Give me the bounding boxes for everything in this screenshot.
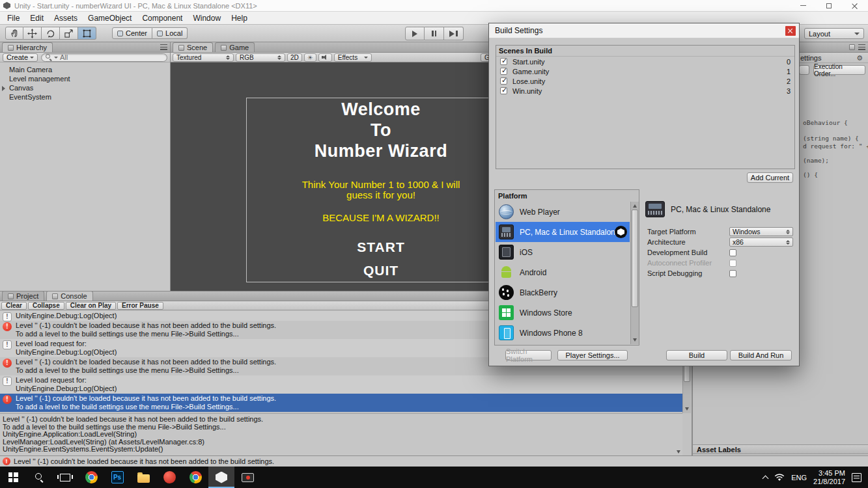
- platform-web-player[interactable]: Web Player: [496, 202, 630, 222]
- dialog-title-bar[interactable]: Build Settings: [489, 23, 799, 38]
- start-button[interactable]: [0, 467, 26, 488]
- platform-blackberry[interactable]: BlackBerry: [496, 282, 630, 303]
- scrollbar-thumb[interactable]: [632, 210, 638, 307]
- scroll-down-icon[interactable]: [677, 450, 680, 454]
- scene-checkbox[interactable]: [500, 77, 507, 85]
- console-entry-selected[interactable]: ! Level '' (-1) couldn't be loaded becau…: [0, 394, 682, 412]
- menu-gameobject[interactable]: GameObject: [83, 14, 137, 23]
- tab-project[interactable]: Project: [2, 291, 44, 301]
- close-button[interactable]: [842, 0, 868, 11]
- menu-edit[interactable]: Edit: [25, 14, 49, 23]
- pivot-center-button[interactable]: Center: [112, 27, 152, 39]
- browser-app-button[interactable]: [78, 467, 104, 488]
- scene-checkbox[interactable]: [500, 87, 507, 94]
- hierarchy-item-eventsystem[interactable]: EventSystem: [0, 92, 170, 102]
- browser2-app-button[interactable]: [182, 467, 208, 488]
- menu-window[interactable]: Window: [188, 14, 226, 23]
- effects-dropdown[interactable]: Effects: [334, 53, 372, 62]
- scene-checkbox[interactable]: [500, 58, 507, 65]
- layout-dropdown[interactable]: Layout: [804, 28, 864, 39]
- file-explorer-button[interactable]: [130, 467, 156, 488]
- scene-checkbox[interactable]: [500, 68, 507, 75]
- shading-mode-dropdown[interactable]: Textured: [173, 53, 234, 62]
- panel-menu-icon[interactable]: [858, 44, 865, 50]
- red-app-button[interactable]: [156, 467, 182, 488]
- scene-row-game[interactable]: Game.unity 1: [496, 66, 794, 76]
- menu-file[interactable]: File: [2, 14, 25, 23]
- add-current-button[interactable]: Add Current: [747, 172, 793, 183]
- target-platform-dropdown[interactable]: Windows: [729, 227, 793, 236]
- platform-android[interactable]: Android: [496, 262, 630, 282]
- unity-taskbar-button[interactable]: [208, 467, 234, 488]
- rect-tool-button[interactable]: [78, 27, 96, 40]
- render-mode-dropdown[interactable]: RGB: [236, 53, 285, 62]
- asset-labels-header[interactable]: Asset Labels: [693, 444, 868, 454]
- recorder-app-button[interactable]: [234, 467, 260, 488]
- platform-pc-mac-linux[interactable]: PC, Mac & Linux Standalone: [496, 222, 630, 242]
- scene-row-win[interactable]: Win.unity 3: [496, 86, 794, 96]
- collapse-toggle[interactable]: Collapse: [28, 302, 64, 310]
- search-icon: [46, 54, 52, 61]
- platform-windows-phone[interactable]: Windows Phone 8: [496, 323, 630, 343]
- gear-icon[interactable]: [856, 54, 863, 62]
- tab-game[interactable]: Game: [215, 42, 255, 52]
- platform-windows-store[interactable]: Windows Store: [496, 303, 630, 323]
- dialog-close-button[interactable]: [785, 26, 796, 36]
- clear-button[interactable]: Clear: [1, 302, 27, 310]
- open-button-fragment[interactable]: [799, 65, 809, 75]
- build-and-run-button[interactable]: Build And Run: [730, 350, 792, 360]
- panel-menu-icon[interactable]: [160, 44, 167, 50]
- clock[interactable]: 3:45 PM 21/8/2017: [813, 469, 845, 486]
- minimize-button[interactable]: [790, 0, 816, 11]
- create-button[interactable]: Create: [3, 53, 38, 62]
- platform-ios[interactable]: iOS: [496, 242, 630, 262]
- expand-arrow-icon[interactable]: [2, 86, 5, 91]
- hierarchy-item-level-management[interactable]: Level management: [0, 74, 170, 83]
- status-bar[interactable]: ! Level '' (-1) couldn't be loaded becau…: [0, 455, 868, 467]
- language-indicator[interactable]: ENG: [791, 474, 807, 481]
- player-settings-button[interactable]: Player Settings...: [557, 350, 628, 360]
- menu-component[interactable]: Component: [137, 14, 188, 23]
- move-tool-button[interactable]: [23, 27, 42, 40]
- action-center-icon[interactable]: [852, 473, 861, 482]
- tab-console[interactable]: Console: [46, 291, 92, 301]
- rotate-tool-button[interactable]: [42, 27, 60, 40]
- scroll-up-icon[interactable]: [633, 204, 637, 208]
- tab-hierarchy[interactable]: Hierarchy: [2, 42, 53, 52]
- script-preview-line: d request for: " +: [803, 142, 868, 150]
- step-button[interactable]: [444, 27, 464, 40]
- console-entry[interactable]: ! Level load request for: UnityEngine.De…: [0, 375, 682, 394]
- execution-order-button[interactable]: Execution Order...: [813, 65, 865, 75]
- script-debugging-checkbox[interactable]: [729, 270, 736, 277]
- pan-tool-button[interactable]: [5, 27, 23, 40]
- 2d-toggle-button[interactable]: 2D: [287, 53, 302, 62]
- pause-button[interactable]: [425, 27, 444, 40]
- scroll-down-icon[interactable]: [633, 338, 637, 342]
- platform-scrollbar[interactable]: [630, 202, 639, 344]
- scale-tool-button[interactable]: [60, 27, 78, 40]
- build-button[interactable]: Build: [666, 350, 727, 360]
- taskbar-search-button[interactable]: [26, 467, 52, 488]
- photoshop-app-button[interactable]: Ps: [104, 467, 130, 488]
- hierarchy-search-input[interactable]: All: [41, 53, 167, 62]
- space-local-button[interactable]: Local: [152, 27, 188, 39]
- scene-row-start[interactable]: Start.unity 0: [496, 57, 794, 66]
- maximize-button[interactable]: [816, 0, 842, 11]
- clear-on-play-toggle[interactable]: Clear on Play: [66, 302, 116, 310]
- scene-row-lose[interactable]: Lose.unity 2: [496, 76, 794, 86]
- hierarchy-item-main-camera[interactable]: Main Camera: [0, 65, 170, 74]
- wifi-icon[interactable]: [774, 474, 785, 481]
- architecture-dropdown[interactable]: x86: [729, 237, 793, 247]
- tray-expand-icon[interactable]: [763, 476, 769, 482]
- menu-help[interactable]: Help: [226, 14, 253, 23]
- task-view-button[interactable]: [52, 467, 78, 488]
- development-build-checkbox[interactable]: [729, 249, 736, 256]
- hierarchy-item-canvas[interactable]: Canvas: [0, 83, 170, 92]
- scroll-down-icon[interactable]: [685, 407, 689, 411]
- error-pause-toggle[interactable]: Error Pause: [117, 302, 163, 310]
- audio-toggle-button[interactable]: [318, 53, 332, 62]
- play-button[interactable]: [405, 27, 425, 40]
- menu-assets[interactable]: Assets: [49, 14, 83, 23]
- lighting-toggle-button[interactable]: [304, 53, 316, 62]
- tab-scene[interactable]: Scene: [173, 42, 213, 52]
